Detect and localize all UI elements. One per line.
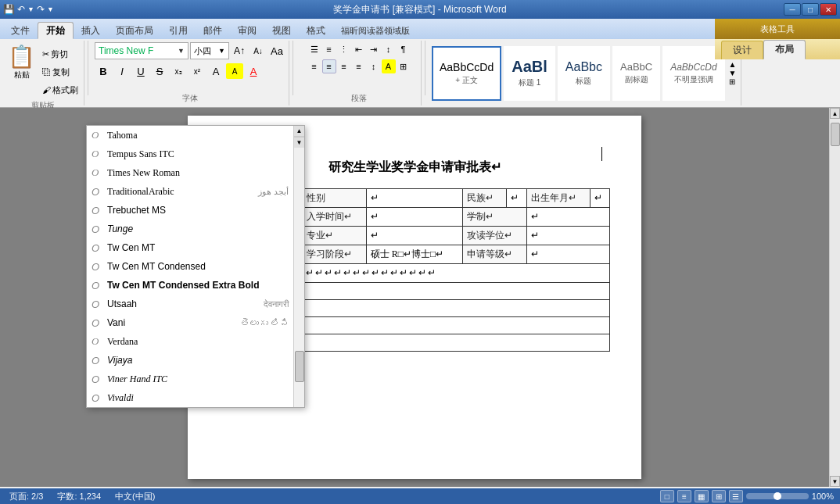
font-item-vijaya[interactable]: O Vijaya	[87, 351, 293, 370]
font-name-dropdown-arrow[interactable]: ▼	[178, 47, 185, 55]
bold-button[interactable]: B	[95, 63, 112, 79]
tab-file[interactable]: 文件	[3, 22, 38, 39]
language[interactable]: 中文(中国)	[112, 491, 158, 502]
font-item-vivaldi[interactable]: O Vivaldi	[87, 388, 293, 407]
show-marks-button[interactable]: ¶	[397, 42, 411, 56]
superscript-button[interactable]: x²	[188, 63, 206, 79]
maximize-button[interactable]: □	[802, 3, 819, 16]
font-name-times: Times New Roman	[107, 167, 180, 179]
increase-indent-button[interactable]: ⇥	[367, 42, 381, 56]
font-item-traditional-arabic[interactable]: O TraditionalArabic أبجد هوز	[87, 182, 293, 201]
word-count[interactable]: 字数: 1,234	[54, 491, 104, 502]
scroll-up-button[interactable]: ▲	[830, 108, 840, 119]
view-outline[interactable]: ⊞	[712, 490, 726, 502]
tab-page-layout[interactable]: 页面布局	[108, 22, 161, 39]
font-item-tw-cen[interactable]: O Tw Cen MT	[87, 238, 293, 257]
font-item-tw-cen-condensed[interactable]: O Tw Cen MT Condensed	[87, 257, 293, 276]
align-right-button[interactable]: ≡	[337, 59, 351, 73]
font-item-tempus[interactable]: O Tempus Sans ITC	[87, 145, 293, 163]
tab-view[interactable]: 视图	[264, 22, 299, 39]
page-info[interactable]: 页面: 2/3	[6, 491, 46, 502]
minimize-button[interactable]: ─	[784, 3, 801, 16]
font-item-vani[interactable]: O Vani తెలుగు లిపి	[87, 313, 293, 332]
scroll-down-button[interactable]: ▼	[830, 476, 840, 487]
paste-button[interactable]: 📋 粘贴	[5, 42, 38, 82]
tab-review[interactable]: 审阅	[230, 22, 264, 39]
underline-button[interactable]: U	[132, 63, 149, 79]
align-center-button[interactable]: ≡	[322, 59, 336, 73]
divider-2	[293, 41, 293, 95]
align-left-button[interactable]: ≡	[307, 59, 321, 73]
copy-button[interactable]: ⿻复制	[40, 63, 81, 80]
styles-scroll-up[interactable]: ▲	[729, 60, 737, 69]
decrease-indent-button[interactable]: ⇤	[352, 42, 366, 56]
font-item-tw-cen-extra-bold[interactable]: O Tw Cen MT Condensed Extra Bold	[87, 276, 293, 295]
font-size-arrow[interactable]: ▼	[218, 47, 225, 55]
dropdown-scrollbar[interactable]: ▲ ▼	[293, 126, 304, 407]
cell-value-stage: 硕士 R□↵博士□↵	[366, 245, 462, 264]
style-heading[interactable]: AaBbc 标题	[558, 46, 610, 101]
style-heading1[interactable]: AaBl 标题 1	[504, 46, 555, 101]
italic-button[interactable]: I	[113, 63, 131, 79]
vertical-scrollbar[interactable]: ▲ ▼	[829, 108, 840, 487]
scroll-thumb[interactable]	[831, 123, 840, 146]
tab-references[interactable]: 引用	[161, 22, 196, 39]
zoom-slider[interactable]	[746, 493, 809, 499]
font-size-decrease-button[interactable]: A↓	[249, 43, 267, 59]
tab-home[interactable]: 开始	[38, 22, 74, 39]
tab-format[interactable]: 格式	[299, 22, 333, 39]
undo-icon[interactable]: ↶	[17, 4, 25, 15]
font-item-utsaah[interactable]: O Utsaah देवनागरी	[87, 295, 293, 313]
save-icon[interactable]: 💾	[3, 4, 15, 15]
redo-icon[interactable]: ↷	[37, 4, 45, 15]
close-button[interactable]: ✕	[820, 3, 837, 16]
font-item-trebuchet[interactable]: O Trebuchet MS	[87, 201, 293, 220]
dd-scroll-up[interactable]: ▲	[294, 126, 304, 137]
strikethrough-button[interactable]: S	[151, 63, 168, 79]
text-effect-button[interactable]: A	[207, 63, 224, 79]
cell-value-extra2b	[283, 300, 610, 317]
sort-button[interactable]: ↕	[382, 42, 396, 56]
highlight-button[interactable]: A	[226, 63, 243, 79]
format-painter-button[interactable]: 🖌格式刷	[40, 81, 81, 98]
font-format-button[interactable]: Aa	[268, 43, 285, 59]
cell-value-extra1b	[283, 283, 610, 300]
styles-expand[interactable]: ⊞	[729, 77, 737, 86]
undo-dropdown-icon[interactable]: ▼	[27, 5, 34, 13]
view-draft[interactable]: ☰	[729, 490, 743, 502]
font-name-tw-cen-cond: Tw Cen MT Condensed	[107, 261, 206, 272]
multilevel-list-button[interactable]: ⋮	[337, 42, 351, 56]
justify-button[interactable]: ≡	[352, 59, 366, 73]
view-print[interactable]: □	[660, 490, 674, 502]
dd-scroll-down[interactable]: ▼	[294, 137, 304, 148]
style-normal[interactable]: AaBbCcDd + 正文	[432, 46, 501, 101]
view-full-read[interactable]: ≡	[677, 490, 691, 502]
numbered-list-button[interactable]: ≡	[322, 42, 336, 56]
font-color-button[interactable]: A	[245, 63, 262, 79]
shading-button[interactable]: A	[382, 59, 396, 73]
font-item-tunge[interactable]: O Tunge	[87, 220, 293, 238]
font-item-viner[interactable]: O Viner Hand ITC	[87, 370, 293, 388]
tab-mailings[interactable]: 邮件	[196, 22, 230, 39]
cut-button[interactable]: ✂剪切	[40, 45, 81, 63]
style-subtitle[interactable]: AaBbC 副标题	[612, 46, 660, 101]
dd-scroll-thumb[interactable]	[295, 351, 304, 382]
bullets-button[interactable]: ☰	[307, 42, 321, 56]
font-size-increase-button[interactable]: A↑	[231, 43, 248, 59]
styles-scroll-down[interactable]: ▼	[729, 69, 737, 77]
subscript-button[interactable]: x₂	[170, 63, 187, 79]
font-size-dropdown[interactable]: 小四 ▼	[190, 42, 229, 59]
font-item-times-new-roman[interactable]: O Times New Roman	[87, 163, 293, 182]
tab-insert[interactable]: 插入	[74, 22, 108, 39]
tab-foxit[interactable]: 福昕阅读器领域版	[333, 22, 418, 39]
borders-button[interactable]: ⊞	[397, 59, 411, 73]
view-web[interactable]: ▦	[695, 490, 709, 502]
table-tab-layout[interactable]: 布局	[763, 40, 806, 59]
customize-qa-icon[interactable]: ▼	[47, 5, 54, 13]
font-item-tahoma[interactable]: O Tahoma	[87, 126, 293, 145]
cell-value-level: ↵	[526, 245, 609, 264]
line-spacing-button[interactable]: ↕	[367, 59, 381, 73]
table-tab-design[interactable]: 设计	[721, 41, 763, 59]
font-item-verdana[interactable]: O Verdana	[87, 332, 293, 351]
font-name-dropdown[interactable]: Times New F ▼	[95, 42, 188, 59]
